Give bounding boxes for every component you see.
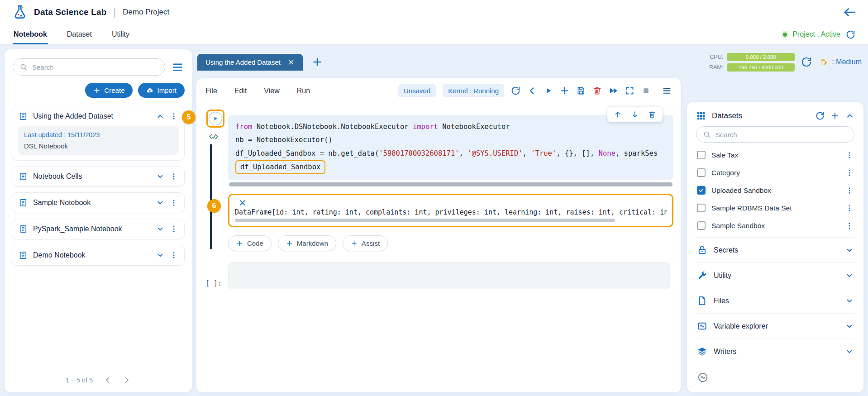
cell-content: from Notebook.DSNotebook.NotebookExecuto… — [228, 107, 675, 251]
section-files[interactable]: Files — [695, 288, 855, 313]
gear-icon — [818, 57, 829, 67]
section-utility[interactable]: Utility — [695, 262, 855, 288]
collapse-icon[interactable] — [527, 86, 537, 95]
nav-right: Project : Active — [783, 30, 855, 39]
add-code-button[interactable]: Code — [228, 235, 272, 251]
create-button[interactable]: Create — [85, 83, 133, 98]
chevron-down-icon[interactable] — [156, 172, 164, 181]
refresh-project-icon[interactable] — [846, 30, 855, 39]
notebook-name: Demo Notebook — [33, 251, 151, 259]
menu-edit[interactable]: Edit — [234, 87, 247, 95]
dataset-checkbox-sample-sandbox[interactable] — [697, 221, 706, 230]
notebook-details[interactable]: Last updated : 15/11/2023 DSL Notebook — [18, 126, 179, 155]
add-markdown-button[interactable]: Markdown — [278, 235, 336, 251]
notebook-name: Using the Added Dataset — [33, 112, 151, 120]
kebab-icon[interactable] — [170, 251, 178, 259]
kebab-icon[interactable] — [845, 186, 854, 195]
save-icon[interactable] — [576, 86, 586, 95]
sidebar-menu-icon[interactable] — [172, 61, 184, 73]
dataset-name: Sale Tax — [711, 151, 839, 159]
primary-nav: NotebookDatasetUtility Project : Active — [0, 24, 868, 45]
add-dataset-icon[interactable] — [830, 111, 839, 120]
kebab-icon[interactable] — [170, 112, 178, 120]
notebook-item[interactable]: Notebook Cells — [15, 167, 181, 186]
section-secrets[interactable]: Secrets — [695, 237, 855, 262]
sidebar-search[interactable] — [13, 58, 165, 76]
add-cell-icon[interactable] — [560, 86, 569, 95]
notebook-item[interactable]: PySpark_Sample Notebook — [15, 220, 181, 238]
dataset-checkbox-sale-tax[interactable] — [697, 151, 706, 159]
sidebar-search-input[interactable] — [32, 63, 158, 71]
chevron-down-icon[interactable] — [156, 251, 164, 259]
menu-file[interactable]: File — [205, 87, 217, 95]
dataset-row-sale-tax: Sale Tax — [695, 146, 855, 164]
search-icon — [703, 130, 711, 138]
chevron-down-icon[interactable] — [845, 272, 854, 280]
dataset-checkbox-sample-rdbms-data-set[interactable] — [697, 204, 706, 212]
code-editor[interactable]: from Notebook.DSNotebook.NotebookExecuto… — [228, 115, 673, 180]
kebab-icon[interactable] — [845, 169, 854, 177]
dataset-checkbox-category[interactable] — [697, 168, 706, 177]
close-tab-icon[interactable] — [288, 59, 295, 66]
notebook-item[interactable]: Using the Added Dataset — [15, 107, 181, 125]
tabbar: Using the Added Dataset — [196, 54, 687, 71]
delete-notebook-icon[interactable] — [592, 86, 602, 95]
chevron-down-icon[interactable] — [156, 199, 164, 207]
stop-icon[interactable] — [641, 86, 651, 95]
add-tab-icon[interactable] — [312, 57, 323, 67]
dataset-name: Category — [711, 169, 839, 177]
notebook-icon — [19, 172, 28, 181]
tab-using-the-added-dataset[interactable]: Using the Added Dataset — [197, 54, 303, 71]
kebab-icon[interactable] — [845, 222, 854, 230]
notebook-item[interactable]: Sample Notebook — [15, 194, 181, 212]
chevron-up-icon[interactable] — [156, 112, 164, 120]
fullscreen-icon[interactable] — [625, 86, 634, 95]
output-scrollbar[interactable] — [235, 219, 615, 222]
move-cell-down-icon[interactable] — [631, 110, 639, 119]
datasets-sidebar: Datasets Sale Tax Category Uploaded Sand… — [687, 102, 863, 392]
instance-size[interactable]: : Medium — [818, 57, 862, 67]
menu-run[interactable]: Run — [297, 87, 310, 95]
nav-tab-notebook[interactable]: Notebook — [13, 24, 48, 44]
nav-tab-dataset[interactable]: Dataset — [66, 24, 93, 44]
prev-page-icon[interactable] — [104, 376, 112, 384]
restart-kernel-icon[interactable] — [511, 86, 520, 95]
nav-tab-utility[interactable]: Utility — [111, 24, 130, 44]
kebab-icon[interactable] — [170, 199, 178, 207]
refresh-resources-icon[interactable] — [801, 57, 812, 67]
chevron-down-icon[interactable] — [156, 225, 164, 233]
horizontal-scrollbar[interactable] — [229, 182, 672, 186]
import-button[interactable]: Import — [138, 83, 185, 98]
collapse-datasets-icon[interactable] — [845, 111, 854, 120]
back-arrow-icon[interactable] — [843, 5, 856, 19]
kebab-icon[interactable] — [845, 151, 854, 159]
add-assist-button[interactable]: Assist — [343, 235, 388, 251]
empty-cell[interactable] — [228, 262, 670, 289]
kebab-icon[interactable] — [845, 204, 854, 212]
menu-view[interactable]: View — [264, 87, 279, 95]
refresh-datasets-icon[interactable] — [816, 111, 825, 120]
chevron-down-icon[interactable] — [845, 297, 854, 305]
run-cell-button[interactable] — [209, 112, 222, 125]
chevron-down-icon[interactable] — [845, 246, 854, 254]
clear-output-icon[interactable] — [238, 199, 247, 207]
chevron-down-icon[interactable] — [845, 322, 854, 330]
section-variable-explorer[interactable]: Variable explorer — [695, 313, 855, 339]
move-cell-up-icon[interactable] — [614, 110, 622, 119]
dataset-checkbox-uploaded-sandbox[interactable] — [697, 186, 706, 195]
section-writers[interactable]: Writers — [695, 339, 855, 364]
run-icon[interactable] — [544, 86, 553, 95]
kebab-icon[interactable] — [170, 172, 178, 181]
notebook-item[interactable]: Demo Notebook — [15, 246, 181, 264]
kebab-icon[interactable] — [170, 225, 178, 233]
editor-menu-icon[interactable] — [662, 86, 672, 95]
next-page-icon[interactable] — [123, 376, 131, 384]
chevron-down-icon[interactable] — [845, 348, 854, 356]
project-name: Demo Project — [123, 8, 169, 17]
center-body: FileEditViewRun Unsaved Kernel : Running — [196, 78, 863, 392]
datasets-search-input[interactable] — [715, 131, 848, 138]
run-all-icon[interactable] — [609, 86, 618, 95]
annotation-badge-5: 5 — [182, 110, 196, 124]
datasets-search[interactable] — [696, 126, 854, 143]
delete-cell-icon[interactable] — [648, 110, 656, 119]
